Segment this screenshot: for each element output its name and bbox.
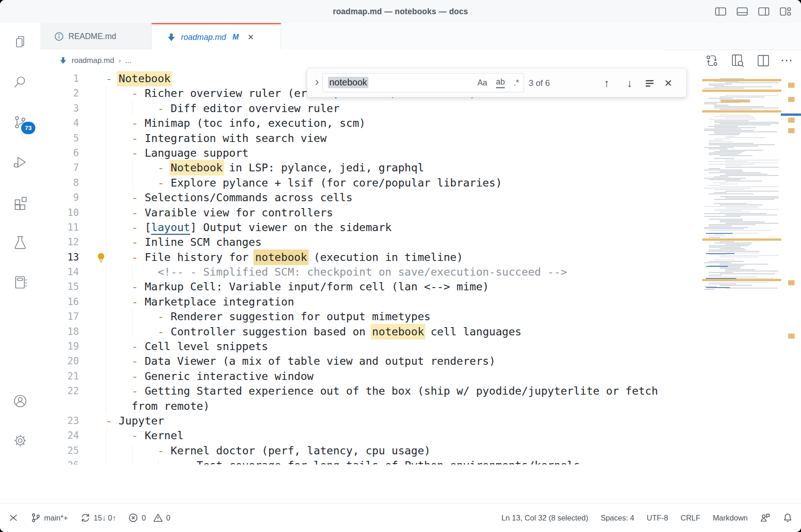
minimap-line xyxy=(725,223,778,224)
code-line[interactable]: 12-Inline SCM changes xyxy=(40,235,801,249)
notebook-icon[interactable] xyxy=(0,272,40,293)
status-label: main*+ xyxy=(44,514,68,522)
code-line[interactable]: 21-Generic interactive window xyxy=(40,369,801,384)
code-line[interactable]: 5-Integration with search view xyxy=(40,131,801,146)
list-dash: - xyxy=(132,220,138,235)
code-line[interactable]: 18-Controller suggestion based on notebo… xyxy=(40,324,801,339)
close-tab-icon[interactable]: × xyxy=(248,32,254,42)
tab-readme[interactable]: README.md xyxy=(40,23,152,50)
code-line[interactable]: 15-Markup Cell: Variable input/form cell… xyxy=(40,279,801,294)
account-icon[interactable] xyxy=(0,391,40,412)
line-text: Renderer suggestion for output mimetypes xyxy=(171,309,431,324)
tab-roadmap[interactable]: roadmap.md M × xyxy=(152,23,281,50)
text-segment: Diff editor overview ruler xyxy=(171,102,340,115)
status-item-spaces-4[interactable]: Spaces: 4 xyxy=(601,514,634,522)
code-line[interactable]: 26-Test coverage for long tails of Pytho… xyxy=(40,458,801,464)
status-item-branch[interactable]: main*+ xyxy=(31,513,68,523)
code-line[interactable]: 8-Explore pylance + lsif (for core/popul… xyxy=(40,175,801,190)
status-item-markdown[interactable]: Markdown xyxy=(713,514,748,522)
minimap-line xyxy=(714,199,774,200)
indent-guide xyxy=(132,101,133,116)
code-line[interactable]: 17-Renderer suggestion for output mimety… xyxy=(40,309,801,324)
minimap-line xyxy=(725,271,778,272)
open-preview-icon[interactable] xyxy=(729,52,746,69)
info-icon xyxy=(54,32,64,41)
code-line[interactable]: 3-Diff editor overview ruler xyxy=(40,101,801,116)
code-line[interactable]: 13-File history for notebook (execution … xyxy=(40,250,801,265)
code-line[interactable]: 25-Kernel doctor (perf, latency, cpu usa… xyxy=(40,443,801,458)
previous-match-icon[interactable]: ↑ xyxy=(598,68,615,98)
minimap-line xyxy=(709,251,759,252)
breadcrumb-file[interactable]: roadmap.md xyxy=(72,56,114,65)
code-line[interactable]: 14<!-- - Simplified SCM: checkpoint on s… xyxy=(40,265,801,279)
code-line[interactable]: 23-Jupyter xyxy=(40,413,801,428)
match-case-icon[interactable]: Aa xyxy=(477,78,487,88)
status-item-feedback[interactable] xyxy=(760,513,770,523)
editor-region: README.md roadmap.md M × ⋯ roadmap.md › … xyxy=(40,23,801,503)
settings-gear-icon[interactable] xyxy=(0,430,40,451)
testing-icon[interactable] xyxy=(0,232,40,253)
indent-guide xyxy=(106,294,107,309)
find-in-selection-icon[interactable] xyxy=(641,68,658,98)
code-line[interactable]: 11-[layout] Output viewer on the sidemar… xyxy=(40,220,801,235)
minimap-line xyxy=(704,188,750,189)
code-line[interactable]: 22-Getting Started experience out of the… xyxy=(40,384,801,398)
code-line[interactable]: 10-Varaible view for controllers xyxy=(40,205,801,220)
minimap-line xyxy=(725,191,778,192)
minimap-heading xyxy=(706,253,734,254)
overview-ruler[interactable] xyxy=(784,23,801,503)
open-changes-icon[interactable] xyxy=(703,52,721,69)
status-item-error[interactable]: 00 xyxy=(128,513,170,523)
indent-guide xyxy=(106,428,107,443)
text-segment: Minimap (toc info, execution, scm) xyxy=(145,117,366,130)
find-input[interactable]: notebook Aa ab .* xyxy=(322,73,524,92)
code-line[interactable]: 4-Minimap (toc info, execution, scm) xyxy=(40,116,801,130)
minimap[interactable] xyxy=(701,71,786,347)
minimap-line xyxy=(714,203,747,204)
explorer-icon[interactable] xyxy=(0,32,40,53)
code-line[interactable]: 16-Marketplace integration xyxy=(40,294,801,309)
minimap-line xyxy=(714,139,731,140)
search-icon[interactable] xyxy=(0,72,40,93)
minimap-heading xyxy=(706,266,728,267)
list-dash: - xyxy=(132,146,138,160)
whole-word-icon[interactable]: ab xyxy=(496,77,505,88)
close-find-icon[interactable]: × xyxy=(660,68,677,98)
customize-layout-icon[interactable] xyxy=(780,7,791,16)
code-line[interactable]: 19-Cell level snippets xyxy=(40,339,801,354)
status-item-crlf[interactable]: CRLF xyxy=(681,514,700,522)
split-editor-icon[interactable] xyxy=(755,52,772,69)
breadcrumb-ellipsis[interactable]: ... xyxy=(125,56,131,65)
lightbulb-icon[interactable] xyxy=(96,252,107,263)
code-line[interactable]: 7-Notebook in LSP: pylance, jedi, graphq… xyxy=(40,160,801,175)
more-actions-icon[interactable]: ⋯ xyxy=(780,54,793,67)
text-segment: Inline SCM changes xyxy=(145,236,262,249)
status-item-utf-8[interactable]: UTF-8 xyxy=(647,514,668,522)
next-match-icon[interactable]: ↓ xyxy=(621,68,638,98)
code-line[interactable]: 24-Kernel xyxy=(40,428,801,443)
minimap-line xyxy=(720,220,743,221)
toggle-secondary-sidebar-icon[interactable] xyxy=(758,7,769,16)
find-query-text[interactable]: notebook xyxy=(328,77,368,88)
minimap-line xyxy=(725,165,741,166)
extensions-icon[interactable] xyxy=(0,192,40,213)
code-line[interactable]: 6-Language support xyxy=(40,146,801,160)
toggle-primary-sidebar-icon[interactable] xyxy=(715,7,726,16)
code-line[interactable]: 9-Selections/Commands across cells xyxy=(40,190,801,205)
list-dash: - xyxy=(132,354,138,368)
status-item-bell[interactable] xyxy=(783,513,793,523)
code-line[interactable]: 20-Data Viewer (a mix of table view and … xyxy=(40,354,801,368)
regex-icon[interactable]: .* xyxy=(513,78,519,88)
run-and-debug-icon[interactable] xyxy=(0,152,40,173)
status-item-remote[interactable] xyxy=(8,513,18,523)
minimap-line xyxy=(725,118,755,119)
code-line[interactable]: from remote) xyxy=(40,399,801,413)
status-item-ln-13-col-32-8-selected-[interactable]: Ln 13, Col 32 (8 selected) xyxy=(502,514,588,522)
status-item-sync[interactable]: 15↓ 0↑ xyxy=(80,513,116,523)
toggle-panel-icon[interactable] xyxy=(737,7,748,16)
minimap-line xyxy=(720,96,765,97)
toggle-replace-chevron-icon[interactable]: › xyxy=(312,75,322,89)
line-text: Controller suggestion based on notebook … xyxy=(171,324,522,339)
source-control-icon[interactable]: 73 xyxy=(0,112,40,133)
line-text: Notebook in LSP: pylance, jedi, graphql xyxy=(171,160,424,175)
